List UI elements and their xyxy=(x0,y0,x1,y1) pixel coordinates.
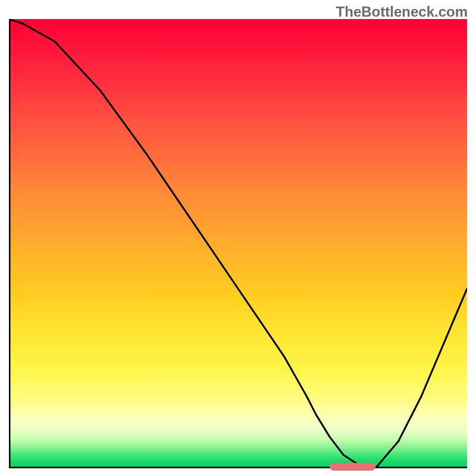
plot-area xyxy=(9,19,467,468)
optimal-range-marker xyxy=(330,463,375,471)
axes-layer xyxy=(9,19,467,468)
watermark-text: TheBottleneck.com xyxy=(336,4,468,20)
